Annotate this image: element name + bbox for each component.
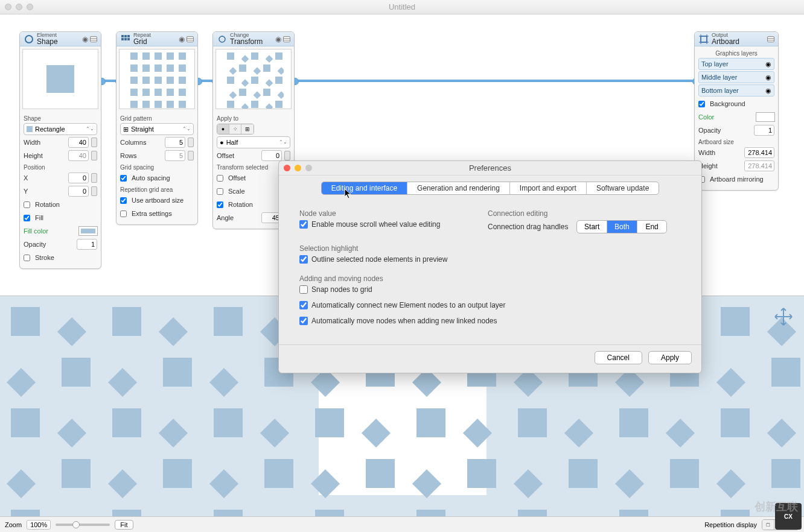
stepper[interactable]: [91, 186, 97, 196]
tx-scale-checkbox[interactable]: [217, 188, 223, 195]
drag-both-option[interactable]: Both: [607, 221, 637, 233]
cancel-button[interactable]: Cancel: [595, 351, 642, 364]
svg-rect-51: [263, 89, 270, 96]
stepper[interactable]: [91, 173, 97, 183]
svg-rect-5: [124, 38, 127, 40]
move-arrows-icon[interactable]: [774, 307, 793, 329]
artboard-width-input[interactable]: [744, 147, 774, 158]
svg-rect-49: [239, 89, 246, 96]
svg-rect-41: [263, 65, 270, 72]
svg-rect-26: [179, 89, 186, 96]
fill-checkbox[interactable]: [24, 215, 30, 221]
fillcolor-label: Fill color: [24, 227, 77, 235]
autospacing-checkbox[interactable]: [120, 175, 127, 182]
zoom-label: Zoom: [5, 521, 22, 528]
zoom-value[interactable]: 100%: [27, 520, 51, 530]
svg-rect-14: [155, 65, 162, 72]
stepper[interactable]: [91, 138, 97, 147]
tx-offset-checkbox[interactable]: [217, 175, 223, 182]
svg-rect-22: [130, 89, 138, 96]
svg-rect-25: [167, 89, 174, 96]
svg-rect-37: [275, 52, 282, 60]
automove-checkbox[interactable]: [299, 317, 308, 325]
node-header[interactable]: ElementShape ◉: [20, 32, 101, 46]
stepper[interactable]: [188, 138, 194, 147]
autoconnect-checkbox[interactable]: [299, 301, 308, 309]
applyto-select[interactable]: ●Half: [217, 136, 290, 148]
snap-checkbox[interactable]: [299, 285, 308, 294]
node-header[interactable]: ChangeTransform ◉: [213, 32, 294, 46]
y-input[interactable]: [68, 186, 89, 197]
svg-rect-46: [266, 79, 273, 87]
scroll-editing-checkbox[interactable]: [299, 220, 308, 229]
svg-rect-13: [142, 65, 150, 72]
stepper[interactable]: [188, 151, 194, 160]
opacity-input[interactable]: [77, 239, 97, 250]
eye-icon[interactable]: ◉: [82, 35, 88, 43]
columns-input[interactable]: [165, 137, 185, 148]
dialog-titlebar[interactable]: Preferences: [279, 161, 701, 176]
fillcolor-swatch[interactable]: [79, 227, 97, 235]
background-checkbox[interactable]: [698, 101, 705, 107]
menu-icon[interactable]: [187, 36, 194, 42]
eye-icon[interactable]: ◉: [179, 35, 185, 43]
drag-end-option[interactable]: End: [637, 221, 667, 233]
top-layer-item[interactable]: Top layer: [701, 60, 763, 68]
section-heading: Connection editing: [488, 209, 681, 218]
artboard-opacity-input[interactable]: [754, 125, 774, 136]
node-header[interactable]: OutputArtboard: [695, 32, 778, 46]
fit-button[interactable]: Fit: [115, 520, 133, 530]
bgcolor-swatch[interactable]: [756, 113, 774, 121]
width-input[interactable]: [68, 137, 89, 148]
eye-icon[interactable]: ◉: [765, 60, 771, 68]
offset-input[interactable]: [261, 150, 282, 161]
eye-icon[interactable]: ◉: [765, 87, 771, 95]
prefs-tabs[interactable]: Editing and interface Generation and ren…: [321, 182, 660, 195]
tx-rotation-checkbox[interactable]: [217, 201, 223, 208]
bottom-layer-item[interactable]: Bottom layer: [701, 87, 763, 94]
pattern-select[interactable]: ⊞Straight: [120, 123, 194, 135]
tab-software-update[interactable]: Software update: [587, 182, 659, 194]
drag-start-option[interactable]: Start: [577, 221, 607, 233]
eye-icon[interactable]: ◉: [765, 74, 771, 81]
stroke-checkbox[interactable]: [24, 255, 30, 261]
x-input[interactable]: [68, 173, 89, 183]
shape-select[interactable]: Rectangle: [24, 123, 97, 135]
extra-checkbox[interactable]: [120, 211, 127, 217]
svg-rect-27: [130, 101, 138, 108]
middle-layer-item[interactable]: Middle layer: [701, 74, 763, 81]
eye-icon[interactable]: ◉: [275, 35, 281, 43]
tab-import-export[interactable]: Import and export: [510, 182, 587, 194]
node-grid[interactable]: RepeatGrid ◉ Grid pattern ⊞Straight Colu…: [116, 31, 198, 225]
svg-rect-44: [241, 79, 249, 87]
applyto-icon-selector[interactable]: ●⁘⊞: [217, 124, 254, 135]
svg-point-0: [25, 36, 33, 43]
svg-rect-20: [167, 77, 174, 84]
svg-rect-30: [167, 101, 174, 108]
tab-generation-rendering[interactable]: Generation and rendering: [407, 182, 510, 194]
height-input[interactable]: [68, 150, 89, 161]
artboard-height-input[interactable]: [744, 160, 774, 171]
node-shape[interactable]: ElementShape ◉ Shape Rectangle Width Hei…: [19, 31, 101, 269]
svg-rect-7: [130, 52, 138, 60]
dialog-title: Preferences: [279, 163, 701, 173]
stepper[interactable]: [284, 151, 290, 160]
rows-input[interactable]: [165, 150, 185, 161]
status-bar: Zoom 100% Fit Repetition display □▦▩: [0, 516, 804, 532]
menu-icon[interactable]: [90, 36, 97, 42]
svg-point-32: [219, 36, 225, 42]
outline-checkbox[interactable]: [299, 255, 308, 264]
menu-icon[interactable]: [767, 36, 774, 42]
drag-handles-selector[interactable]: Start Both End: [576, 220, 667, 233]
stepper[interactable]: [91, 151, 97, 160]
node-header[interactable]: RepeatGrid ◉: [116, 32, 197, 46]
menu-icon[interactable]: [283, 36, 290, 42]
useartboard-checkbox[interactable]: [120, 197, 127, 204]
rotation-checkbox[interactable]: [24, 201, 30, 208]
connection-cable[interactable]: [295, 80, 697, 82]
apply-button[interactable]: Apply: [648, 351, 692, 364]
tab-editing-interface[interactable]: Editing and interface: [322, 182, 407, 194]
node-artboard[interactable]: OutputArtboard Graphics layers Top layer…: [694, 31, 779, 191]
svg-rect-10: [167, 52, 174, 60]
zoom-slider[interactable]: [56, 524, 110, 526]
